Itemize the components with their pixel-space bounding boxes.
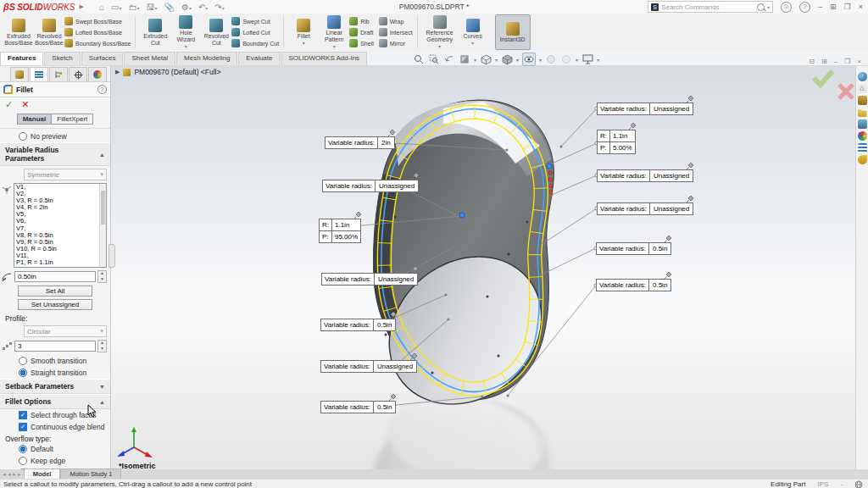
tab-scroll-buttons[interactable]: ◄◄►► <box>0 469 24 479</box>
pin-icon[interactable] <box>388 393 397 402</box>
swept-boss-base-button[interactable]: Swept Boss/Base <box>64 16 131 26</box>
pin-icon[interactable] <box>388 311 397 319</box>
boundary-cut-button[interactable]: Boundary Cut <box>231 38 279 48</box>
pin-icon[interactable] <box>686 95 694 103</box>
chevron-down-icon[interactable]: ▾ <box>333 43 336 50</box>
set-all-button[interactable]: Set All <box>18 286 92 297</box>
chevron-down-icon[interactable]: ▾ <box>576 57 578 63</box>
display-style-icon[interactable] <box>501 53 513 65</box>
search-commands-input[interactable]: S Search Commands ▾ <box>648 1 773 13</box>
pin-icon[interactable] <box>686 162 694 170</box>
units-dropdown[interactable]: - <box>840 480 843 488</box>
save-icon[interactable]: 🖫▾ <box>146 3 157 12</box>
tab-sketch[interactable]: Sketch <box>44 52 80 65</box>
units-selector[interactable]: IPS <box>817 480 828 488</box>
variable-radius-parameters-header[interactable]: Variable Radius Parameters▲ <box>0 142 110 166</box>
callout-variable-radius[interactable]: Variable radius:0.5in <box>320 401 396 413</box>
continuous-edge-blend-option[interactable]: ✓ Continuous edge blend <box>0 421 110 433</box>
pin-icon[interactable] <box>387 129 396 137</box>
menu-expand-arrow[interactable]: ▶ <box>80 3 84 10</box>
pin-icon[interactable] <box>628 122 637 130</box>
intersect-button[interactable]: Intersect <box>379 27 413 37</box>
draft-button[interactable]: Draft <box>349 27 374 37</box>
chevron-down-icon[interactable]: ▾ <box>471 40 474 47</box>
radio-icon[interactable] <box>19 457 27 465</box>
vertex-list-item[interactable]: V1, <box>14 184 106 191</box>
home-icon[interactable]: ⌂ <box>99 3 104 12</box>
pin-icon[interactable] <box>410 265 419 274</box>
pin-icon[interactable] <box>664 271 672 280</box>
tile-window-icon[interactable]: ⊞ <box>821 58 827 65</box>
view-palette-icon[interactable] <box>858 119 867 129</box>
callout-radius-position[interactable]: R: 1.1in P: 95.00% <box>319 219 361 243</box>
chevron-down-icon[interactable]: ▾ <box>438 43 441 50</box>
callout-variable-radius[interactable]: Variable radius:0.5in <box>596 242 671 255</box>
globe-icon[interactable] <box>854 480 863 488</box>
minimize-button[interactable]: – <box>818 3 822 11</box>
zoom-to-area-icon[interactable] <box>428 53 440 65</box>
close-button[interactable]: × <box>859 3 863 11</box>
doc-close-icon[interactable]: × <box>857 58 861 65</box>
home-icon[interactable]: ⌂ <box>858 84 867 93</box>
zoom-to-fit-icon[interactable] <box>413 53 425 65</box>
chevron-down-icon[interactable]: ▾ <box>539 57 542 63</box>
radio-selected-icon[interactable] <box>19 369 27 377</box>
callout-variable-radius[interactable]: Variable radius:0.5in <box>320 319 396 331</box>
panel-splitter-handle[interactable] <box>108 244 115 268</box>
tab-evaluate[interactable]: Evaluate <box>238 52 280 65</box>
redo-icon[interactable]: ↷▾ <box>214 3 224 12</box>
solidworks-resources-icon[interactable] <box>858 72 867 81</box>
custom-properties-icon[interactable] <box>858 143 867 152</box>
options-gear-icon[interactable]: ⚙▾ <box>181 3 192 12</box>
property-manager-tab[interactable] <box>30 67 48 81</box>
configuration-manager-tab[interactable] <box>49 67 68 81</box>
model-tab[interactable]: Model <box>24 469 61 479</box>
help-icon[interactable]: ? <box>97 85 107 94</box>
profile-dropdown[interactable]: Circular▾ <box>24 325 107 337</box>
swept-cut-button[interactable]: Swept Cut <box>231 16 279 26</box>
filletxpert-mode-tab[interactable]: FilletXpert <box>51 114 93 125</box>
view-orientation-icon[interactable] <box>480 53 492 65</box>
window-layout-button[interactable]: ⊞ <box>830 3 837 11</box>
file-explorer-icon[interactable] <box>858 108 867 117</box>
vertex-radius-list[interactable]: V1,V2,V3, R = 0.5inV4, R = 2inV5,V6,V7,V… <box>14 183 107 268</box>
new-document-icon[interactable]: ▭▾ <box>111 3 121 12</box>
callout-radius-position[interactable]: R: 1.1in P: 5.00% <box>597 130 636 154</box>
reference-geometry-button[interactable]: Reference Geometry▾ <box>422 14 458 51</box>
confirm-cancel-icon[interactable] <box>839 85 853 98</box>
tab-sheet-metal[interactable]: Sheet Metal <box>124 52 175 65</box>
chevron-down-icon[interactable]: ▾ <box>474 57 476 63</box>
radius-input[interactable]: 0.50in <box>14 271 96 282</box>
new-window-icon[interactable]: ⊟ <box>809 58 815 65</box>
vertex-list-item[interactable]: V6, <box>14 218 106 225</box>
tree-expand-arrow[interactable]: ▶ <box>115 69 120 75</box>
fillet-button[interactable]: Fillet▾ <box>288 18 319 47</box>
expand-chevron-icon[interactable]: ▼ <box>99 384 105 390</box>
callout-variable-radius[interactable]: Variable radius:2in <box>325 136 395 149</box>
radio-icon[interactable] <box>19 357 27 365</box>
doc-minimize-icon[interactable]: – <box>834 58 837 65</box>
pin-icon[interactable] <box>686 195 694 203</box>
user-account-icon[interactable]: ☺ <box>781 2 792 13</box>
collapse-chevron-icon[interactable]: ▲ <box>99 152 105 158</box>
search-icon[interactable] <box>757 3 765 11</box>
motion-study-tab[interactable]: Motion Study 1 <box>60 469 121 479</box>
straight-transition-option[interactable]: Straight transition <box>0 367 110 379</box>
doc-restore-icon[interactable]: ❐ <box>844 58 850 65</box>
tab-solidworks-add-ins[interactable]: SOLIDWORKS Add-Ins <box>281 52 368 65</box>
dimxpert-manager-tab[interactable] <box>69 67 87 81</box>
callout-variable-radius[interactable]: Variable radius:Unassigned <box>320 360 417 373</box>
previous-view-icon[interactable] <box>443 53 455 65</box>
manual-mode-tab[interactable]: Manual <box>17 114 52 125</box>
hole-wizard-button[interactable]: Hole Wizard▾ <box>170 14 201 51</box>
chevron-down-icon[interactable]: ▾ <box>516 57 519 63</box>
no-preview-option[interactable]: No preview <box>0 130 110 142</box>
search-scope-dropdown[interactable]: ▾ <box>767 4 770 10</box>
overflow-default-option[interactable]: Default <box>0 443 110 455</box>
chevron-down-icon[interactable]: ▾ <box>185 43 187 50</box>
vertex-list-item[interactable]: V5, <box>14 211 106 218</box>
extruded-boss-base-button[interactable]: Extruded Boss/Base <box>3 18 34 47</box>
hide-show-items-icon[interactable] <box>522 53 536 66</box>
vertex-list-item[interactable]: V4, R = 2in <box>14 204 106 211</box>
pin-icon[interactable] <box>409 352 418 361</box>
